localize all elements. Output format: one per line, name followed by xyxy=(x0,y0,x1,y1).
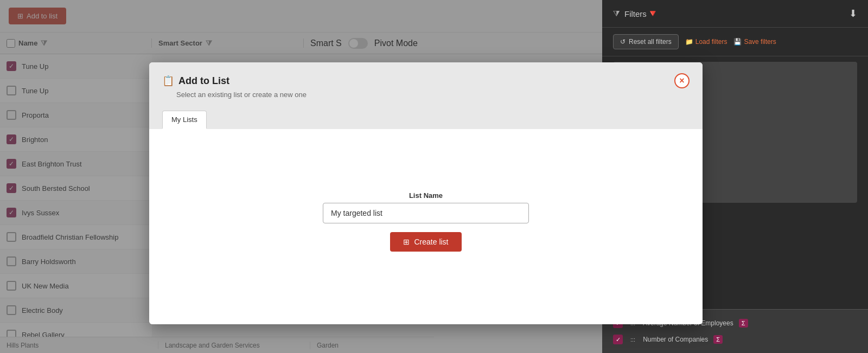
modal-subtitle: Select an existing list or create a new … xyxy=(176,91,690,99)
tab-my-lists[interactable]: My Lists xyxy=(162,111,207,129)
save-filters-label: Save filters xyxy=(744,38,776,46)
load-filters-label: Load filters xyxy=(695,38,727,46)
modal-header: 📋 Add to List × Select an existing list … xyxy=(149,62,703,105)
bottom-row-2: ✓ ::: Number of Companies Σ xyxy=(613,331,857,348)
modal-footer-space xyxy=(149,303,703,324)
modal-title-text: Add to List xyxy=(178,75,229,87)
reset-label: Reset all filters xyxy=(629,38,672,46)
right-panel-actions: ↺ Reset all filters 📁 Load filters 💾 Sav… xyxy=(602,28,868,56)
modal-title-row: 📋 Add to List × xyxy=(162,73,690,88)
download-icon[interactable]: ⬇ xyxy=(849,8,857,20)
tab-my-lists-label: My Lists xyxy=(171,115,197,124)
create-list-icon: ⊞ xyxy=(403,238,410,246)
create-list-button[interactable]: ⊞ Create list xyxy=(390,232,461,252)
bottom-row-2-suffix: Σ xyxy=(713,335,723,344)
save-icon: 💾 xyxy=(733,38,742,46)
bottom-row-2-label: Number of Companies xyxy=(643,336,708,343)
modal-title: 📋 Add to List xyxy=(162,75,229,87)
right-panel-header: ⧩ Filters 🔻 ⬇ xyxy=(602,0,868,28)
reset-icon: ↺ xyxy=(620,38,626,46)
list-name-input[interactable] xyxy=(323,203,529,223)
purple-filter-icon: 🔻 xyxy=(647,8,659,20)
list-name-label-text: List Name xyxy=(409,191,443,200)
modal-close-button[interactable]: × xyxy=(674,73,690,88)
list-name-label: List Name xyxy=(409,191,443,200)
load-filters-link[interactable]: 📁 Load filters xyxy=(685,38,727,46)
folder-icon: 📁 xyxy=(685,38,693,46)
filters-title: ⧩ Filters xyxy=(613,9,647,18)
close-icon: × xyxy=(679,76,684,86)
modal-tabs: My Lists xyxy=(149,111,703,129)
clipboard-icon: 📋 xyxy=(162,75,174,87)
save-filters-link[interactable]: 💾 Save filters xyxy=(733,38,776,46)
dots-icon-2: ::: xyxy=(630,336,635,343)
create-list-label: Create list xyxy=(414,238,448,246)
modal-overlay: 📋 Add to List × Select an existing list … xyxy=(0,0,602,353)
bottom-row-1-suffix: Σ xyxy=(739,319,748,328)
filter-funnel-icon: ⧩ xyxy=(613,9,620,18)
filters-label: Filters xyxy=(624,9,647,18)
modal-body: List Name ⊞ Create list xyxy=(149,129,703,303)
add-to-list-modal: 📋 Add to List × Select an existing list … xyxy=(149,62,703,324)
create-list-form: List Name ⊞ Create list xyxy=(323,191,529,252)
checkbox-checked-2[interactable]: ✓ xyxy=(613,335,623,344)
reset-filters-button[interactable]: ↺ Reset all filters xyxy=(613,34,679,49)
